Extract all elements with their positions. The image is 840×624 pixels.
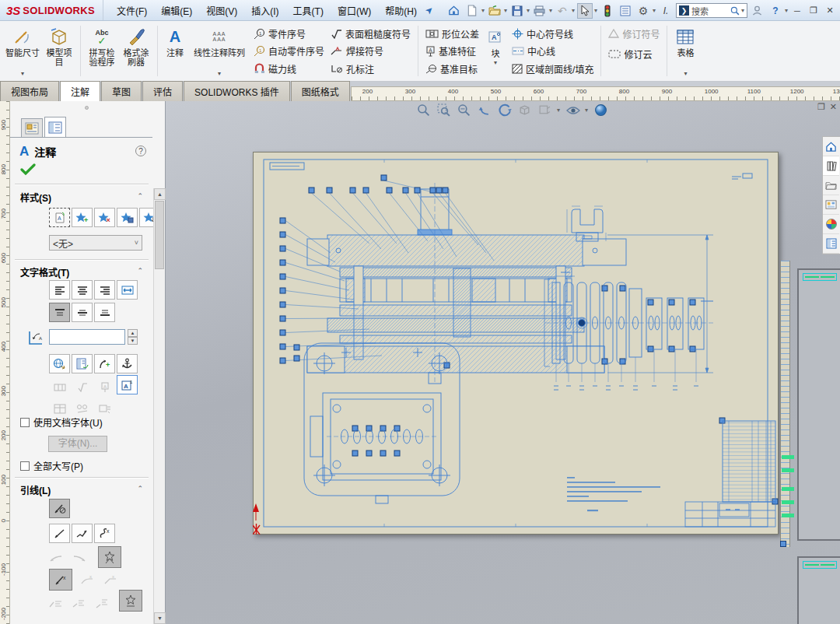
close-button[interactable]: ✕ — [823, 5, 837, 16]
print-icon[interactable] — [532, 3, 548, 19]
centerline-button[interactable]: 中心线 — [512, 44, 593, 59]
search-caret-icon[interactable]: ▾ — [741, 7, 744, 14]
menu-view[interactable]: 视图(V) — [199, 1, 244, 20]
menu-window[interactable]: 窗口(W) — [331, 1, 378, 20]
datum-feature-button[interactable]: A 基准特征 — [425, 44, 479, 59]
resources-tab-button[interactable] — [823, 156, 839, 176]
angle-spin-down[interactable]: ▼ — [128, 337, 138, 345]
align-right-button[interactable] — [94, 280, 115, 300]
add-style-button[interactable]: + — [72, 208, 93, 227]
pm-scrollbar[interactable]: ▲ ▼ — [153, 188, 165, 624]
style-dropdown[interactable]: <无> ˅ — [49, 235, 142, 251]
search-icon[interactable] — [730, 6, 740, 16]
multi-jog-leader-button[interactable] — [72, 524, 93, 543]
angle-spin-up[interactable]: ▲ — [128, 329, 138, 337]
maximize-button[interactable]: ❐ — [807, 5, 821, 16]
undo-icon[interactable]: ↶ — [555, 3, 570, 19]
select-caret-icon[interactable]: ▾ — [594, 7, 597, 14]
model-items-button[interactable]: 模型项目 — [42, 23, 76, 79]
style-collapse-icon[interactable]: ⌃ — [137, 192, 143, 200]
all-caps-checkbox[interactable] — [20, 461, 30, 471]
new-document-caret-icon[interactable]: ▾ — [481, 7, 485, 14]
zoom-in-out-icon[interactable] — [457, 103, 471, 117]
drawing-sheet[interactable] — [253, 152, 779, 535]
link-to-property-button[interactable] — [72, 354, 93, 373]
background-window[interactable] — [797, 268, 840, 541]
text-format-section-header[interactable]: 文字格式(T) — [20, 265, 69, 279]
help-caret-icon[interactable]: ▾ — [785, 7, 788, 14]
angle-input[interactable] — [49, 329, 125, 345]
align-bottom-button[interactable] — [94, 303, 115, 322]
hide-show-caret-icon[interactable]: ▾ — [585, 107, 588, 114]
appearances-tab-button[interactable] — [823, 215, 839, 234]
align-center-button[interactable] — [72, 280, 93, 300]
selection-handle[interactable] — [780, 541, 786, 547]
zoom-to-area-icon[interactable] — [436, 103, 451, 117]
block-button[interactable]: A 块 ▾ — [485, 26, 506, 68]
add-symbol-button[interactable]: + — [94, 354, 115, 373]
open-icon[interactable] — [487, 3, 502, 19]
delete-style-button[interactable]: × — [94, 208, 115, 227]
leader-nearest-button[interactable] — [98, 546, 121, 568]
block-caret-icon[interactable]: ▾ — [494, 58, 497, 68]
leader-button[interactable] — [49, 524, 70, 543]
gear-caret-icon[interactable]: ▾ — [653, 7, 656, 14]
tables-caret-icon[interactable]: ▾ — [684, 69, 687, 79]
view-palette-tab-button[interactable] — [823, 195, 839, 215]
text-format-collapse-icon[interactable]: ⌃ — [137, 267, 143, 275]
menu-insert[interactable]: 插入(I) — [244, 1, 285, 20]
center-mark-button[interactable]: 中心符号线 — [512, 26, 593, 41]
pm-ok-button[interactable] — [20, 163, 36, 176]
pin-menu-icon[interactable]: ➤ — [422, 3, 436, 16]
minimize-button[interactable]: ─ — [790, 6, 804, 16]
align-top-button[interactable] — [49, 303, 70, 322]
user-account-icon[interactable] — [750, 3, 765, 19]
insert-hyperlink-button[interactable] — [49, 354, 70, 373]
display-style-caret-icon[interactable]: ▾ — [557, 107, 560, 114]
tab-evaluate[interactable]: 评估 — [142, 81, 183, 101]
hide-show-items-icon[interactable] — [565, 103, 580, 117]
surface-finish-button[interactable]: 表面粗糙度符号 — [331, 26, 411, 41]
tab-sketch[interactable]: 草图 — [101, 81, 142, 101]
tab-sheet-format[interactable]: 图纸格式 — [291, 81, 350, 101]
linear-note-pattern-caret-icon[interactable]: ▾ — [218, 69, 221, 79]
graphics-area[interactable]: ▾ ▾ ❐ ✕ — [166, 101, 840, 624]
geometric-tolerance-button[interactable]: 形位公差 — [425, 26, 479, 41]
use-doc-font-checkbox[interactable] — [20, 418, 30, 427]
panel-splitter-handle[interactable] — [85, 106, 89, 110]
save-style-button[interactable] — [117, 208, 138, 227]
smart-dimension-button[interactable]: 智能尺寸 ▾ — [3, 23, 42, 79]
search-input[interactable]: 搜索 — [691, 5, 728, 17]
flag-note-bank-button[interactable]: A1 — [117, 375, 138, 394]
lock-leader-anchor-button[interactable] — [117, 354, 138, 373]
view-settings-icon[interactable] — [593, 103, 608, 117]
file-explorer-tab-button[interactable] — [823, 176, 839, 195]
no-leader-button[interactable] — [49, 499, 70, 518]
pm-help-icon[interactable]: ? — [135, 145, 146, 156]
doc-close-icon[interactable]: ✕ — [830, 102, 837, 112]
menu-help[interactable]: 帮助(H) — [378, 1, 424, 20]
previous-view-icon[interactable] — [477, 103, 492, 117]
weld-symbol-button[interactable]: 焊接符号 — [331, 44, 411, 59]
open-caret-icon[interactable]: ▾ — [504, 7, 507, 14]
traffic-light-icon[interactable] — [600, 3, 615, 19]
pm-scroll-thumb[interactable] — [155, 201, 164, 269]
home-tab-button[interactable] — [823, 137, 839, 156]
tables-button[interactable]: 表格 ▾ — [671, 23, 699, 79]
justify-button[interactable] — [117, 280, 138, 300]
hole-callout-button[interactable]: 孔标注 — [331, 61, 411, 76]
straight-leader-style-button[interactable]: x — [49, 569, 72, 591]
doc-restore-icon[interactable]: ❐ — [817, 102, 825, 112]
custom-properties-tab-button[interactable] — [823, 234, 839, 254]
format-painter-button[interactable]: 格式涂刷器 — [119, 23, 153, 79]
undo-caret-icon[interactable]: ▾ — [572, 7, 575, 14]
auto-balloon-button[interactable]: 1 自动零件序号 — [254, 44, 324, 59]
menu-edit[interactable]: 编辑(E) — [154, 1, 199, 20]
align-left-button[interactable] — [49, 280, 70, 300]
save-icon[interactable] — [509, 3, 525, 19]
menu-tools[interactable]: 工具(T) — [286, 1, 331, 20]
spell-checker-button[interactable]: Abc✓ 拼写检验程序 — [85, 23, 119, 79]
tab-view-layout[interactable]: 视图布局 — [0, 81, 59, 101]
instant2d-icon[interactable]: I. — [658, 3, 674, 19]
background-window-2[interactable] — [797, 556, 840, 624]
